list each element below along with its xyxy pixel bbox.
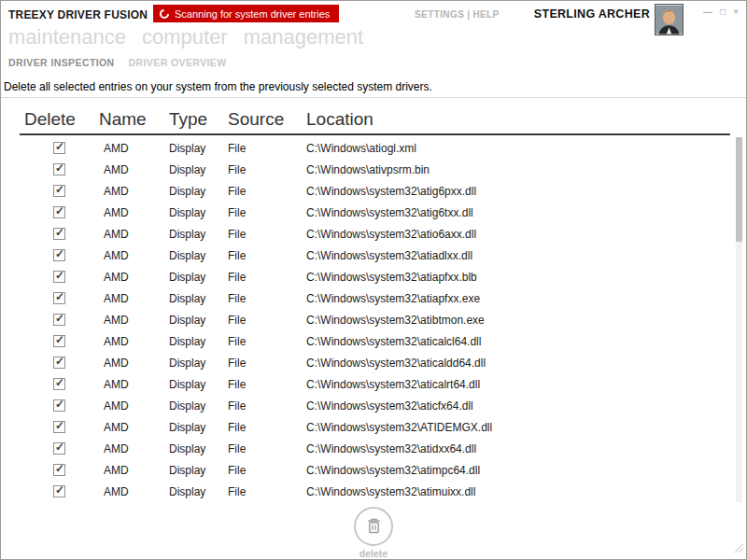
row-location: C:\Windows\system32\aticfx64.dll bbox=[306, 399, 730, 413]
row-delete-checkbox[interactable] bbox=[53, 142, 65, 154]
resize-grip-icon[interactable] bbox=[733, 540, 744, 557]
row-name: AMD bbox=[99, 314, 169, 327]
row-source: File bbox=[228, 206, 306, 219]
user-avatar[interactable] bbox=[655, 4, 684, 35]
row-location: C:\Windows\system32\atiadlxx.dll bbox=[306, 249, 730, 262]
row-type: Display bbox=[169, 163, 228, 176]
table-row[interactable]: AMD Display File C:\Windows\ativpsrm.bin bbox=[20, 159, 730, 180]
delete-button[interactable] bbox=[354, 507, 393, 546]
row-delete-checkbox[interactable] bbox=[53, 335, 65, 347]
table-row[interactable]: AMD Display File C:\Windows\system32\ati… bbox=[20, 202, 730, 223]
row-source: File bbox=[228, 228, 306, 241]
row-delete-checkbox[interactable] bbox=[53, 206, 65, 218]
titlebar-menu: SETTINGS|HELP bbox=[415, 9, 500, 20]
header-location: Location bbox=[306, 109, 730, 130]
status-badge-text: Scanning for system driver entries bbox=[175, 8, 330, 20]
row-source: File bbox=[228, 335, 306, 348]
user-name[interactable]: STERLING ARCHER bbox=[519, 7, 650, 21]
table-row[interactable]: AMD Display File C:\Windows\system32\ati… bbox=[20, 330, 730, 352]
row-delete-checkbox[interactable] bbox=[53, 442, 65, 455]
table-scrollbar[interactable] bbox=[736, 137, 742, 502]
row-location: C:\Windows\system32\atimpc64.dll bbox=[306, 464, 730, 477]
nav-computer[interactable]: computer bbox=[142, 25, 228, 49]
tab-driver-overview[interactable]: DRIVER OVERVIEW bbox=[129, 57, 227, 68]
trash-icon bbox=[366, 517, 382, 537]
row-type: Display bbox=[169, 185, 228, 198]
row-type: Display bbox=[169, 335, 228, 348]
row-name: AMD bbox=[99, 185, 169, 198]
driver-table-body: AMD Display File C:\Windows\atiogl.xml A… bbox=[20, 137, 730, 502]
row-name: AMD bbox=[99, 442, 169, 455]
table-row[interactable]: AMD Display File C:\Windows\system32\ati… bbox=[20, 395, 730, 416]
scanning-spinner-icon bbox=[159, 8, 170, 20]
row-delete-checkbox[interactable] bbox=[53, 485, 65, 497]
row-name: AMD bbox=[99, 399, 169, 413]
nav-maintenance[interactable]: maintenance bbox=[8, 25, 126, 49]
table-row[interactable]: AMD Display File C:\Windows\atiogl.xml bbox=[20, 137, 730, 159]
header-delete: Delete bbox=[24, 109, 99, 130]
row-name: AMD bbox=[99, 206, 169, 219]
row-location: C:\Windows\system32\atig6txx.dll bbox=[306, 206, 730, 219]
row-source: File bbox=[228, 249, 306, 262]
row-source: File bbox=[228, 185, 306, 198]
table-row[interactable]: AMD Display File C:\Windows\system32\ATI… bbox=[20, 416, 730, 438]
row-source: File bbox=[228, 442, 306, 455]
row-location: C:\Windows\system32\atio6axx.dll bbox=[306, 228, 730, 241]
table-row[interactable]: AMD Display File C:\Windows\system32\ati… bbox=[20, 438, 730, 459]
status-badge: Scanning for system driver entries bbox=[153, 5, 339, 22]
maximize-icon[interactable]: □ bbox=[720, 7, 726, 17]
row-delete-checkbox[interactable] bbox=[53, 399, 65, 412]
row-name: AMD bbox=[99, 421, 169, 434]
row-delete-checkbox[interactable] bbox=[53, 228, 65, 240]
table-row[interactable]: AMD Display File C:\Windows\system32\ati… bbox=[20, 180, 730, 202]
row-delete-checkbox[interactable] bbox=[53, 421, 65, 433]
row-location: C:\Windows\system32\atimuixx.dll bbox=[306, 485, 730, 498]
row-location: C:\Windows\system32\aticalrt64.dll bbox=[306, 378, 730, 391]
row-source: File bbox=[228, 421, 306, 434]
row-delete-checkbox[interactable] bbox=[53, 292, 65, 304]
table-row[interactable]: AMD Display File C:\Windows\system32\ati… bbox=[20, 459, 730, 481]
scrollbar-thumb[interactable] bbox=[736, 137, 742, 242]
row-delete-checkbox[interactable] bbox=[53, 271, 65, 283]
row-source: File bbox=[228, 378, 306, 391]
row-location: C:\Windows\system32\aticalcl64.dll bbox=[306, 335, 730, 348]
table-row[interactable]: AMD Display File C:\Windows\system32\ati… bbox=[20, 481, 730, 502]
close-icon[interactable]: × bbox=[733, 7, 739, 17]
table-row[interactable]: AMD Display File C:\Windows\system32\ati… bbox=[20, 373, 730, 395]
row-delete-checkbox[interactable] bbox=[53, 464, 65, 476]
row-delete-checkbox[interactable] bbox=[53, 185, 65, 197]
app-title: TREEXY DRIVER FUSION bbox=[8, 8, 148, 21]
row-name: AMD bbox=[99, 357, 169, 370]
row-source: File bbox=[228, 399, 306, 413]
table-row[interactable]: AMD Display File C:\Windows\system32\ati… bbox=[20, 352, 730, 373]
tab-driver-inspection[interactable]: DRIVER INSPECTION bbox=[8, 57, 115, 68]
row-name: AMD bbox=[99, 228, 169, 241]
table-row[interactable]: AMD Display File C:\Windows\system32\ati… bbox=[20, 245, 730, 266]
row-location: C:\Windows\system32\atibtmon.exe bbox=[306, 314, 730, 327]
table-row[interactable]: AMD Display File C:\Windows\system32\ati… bbox=[20, 223, 730, 245]
row-delete-checkbox[interactable] bbox=[53, 314, 65, 326]
row-type: Display bbox=[169, 442, 228, 455]
row-delete-checkbox[interactable] bbox=[53, 378, 65, 390]
row-name: AMD bbox=[99, 485, 169, 498]
settings-link[interactable]: SETTINGS bbox=[415, 9, 464, 20]
row-location: C:\Windows\system32\atiapfxx.blb bbox=[306, 271, 730, 284]
row-delete-checkbox[interactable] bbox=[53, 163, 65, 175]
row-name: AMD bbox=[99, 335, 169, 348]
help-link[interactable]: HELP bbox=[472, 9, 499, 20]
table-row[interactable]: AMD Display File C:\Windows\system32\ati… bbox=[20, 309, 730, 330]
row-name: AMD bbox=[99, 271, 169, 284]
table-row[interactable]: AMD Display File C:\Windows\system32\ati… bbox=[20, 287, 730, 309]
table-header: Delete Name Type Source Location bbox=[20, 105, 730, 135]
row-type: Display bbox=[169, 485, 228, 498]
row-name: AMD bbox=[99, 464, 169, 477]
minimize-icon[interactable]: — bbox=[703, 7, 712, 17]
row-delete-checkbox[interactable] bbox=[53, 357, 65, 369]
primary-nav: maintenance computer management bbox=[8, 25, 363, 49]
row-type: Display bbox=[169, 421, 228, 434]
row-delete-checkbox[interactable] bbox=[53, 249, 65, 261]
secondary-nav: DRIVER INSPECTION DRIVER OVERVIEW bbox=[8, 57, 227, 68]
page-description: Delete all selected entries on your syst… bbox=[4, 80, 432, 93]
table-row[interactable]: AMD Display File C:\Windows\system32\ati… bbox=[20, 266, 730, 287]
nav-management[interactable]: management bbox=[244, 25, 363, 49]
